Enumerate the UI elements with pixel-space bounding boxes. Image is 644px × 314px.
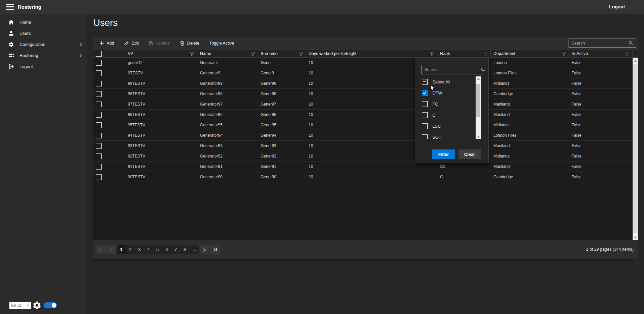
row-checkbox[interactable] bbox=[96, 174, 102, 180]
option-checkbox[interactable] bbox=[422, 123, 428, 129]
column-header-surname[interactable]: Surname bbox=[258, 50, 306, 57]
filter-search-input[interactable] bbox=[422, 67, 481, 72]
table-vertical-scrollbar[interactable] bbox=[633, 58, 638, 240]
filter-icon[interactable] bbox=[625, 52, 630, 56]
row-checkbox[interactable] bbox=[96, 70, 102, 76]
page-button-6[interactable]: 6 bbox=[162, 245, 171, 254]
option-checkbox[interactable] bbox=[422, 101, 428, 107]
row-checkbox[interactable] bbox=[96, 60, 102, 66]
scroll-down-icon[interactable] bbox=[633, 235, 638, 240]
filter-icon[interactable] bbox=[299, 52, 303, 56]
option-checkbox[interactable] bbox=[422, 112, 428, 118]
add-button[interactable]: Add bbox=[95, 39, 118, 48]
row-checkbox[interactable] bbox=[96, 81, 102, 86]
filter-option-sgt[interactable]: SGT bbox=[415, 132, 476, 139]
grid-search-input[interactable] bbox=[569, 41, 629, 46]
filter-option-fc[interactable]: FC bbox=[415, 99, 476, 110]
table-row[interactable]: 90TESTVGenerator90Gener9010CCambridgeFal… bbox=[93, 172, 633, 182]
extension-toggle[interactable] bbox=[44, 302, 57, 308]
scroll-down-icon[interactable] bbox=[476, 134, 481, 139]
sidebar-item-logout[interactable]: Logout bbox=[0, 61, 87, 72]
filter-icon[interactable] bbox=[561, 52, 566, 56]
user-icon bbox=[8, 30, 14, 36]
select-all-checkbox[interactable] bbox=[96, 51, 102, 57]
filter-option-select-all[interactable]: Select All bbox=[415, 76, 476, 87]
sidebar-item-configuration[interactable]: Configuration bbox=[0, 39, 87, 50]
filter-option-lsc[interactable]: LSC bbox=[415, 121, 476, 132]
row-checkbox[interactable] bbox=[96, 153, 102, 159]
ellipsis-page-button[interactable]: ... bbox=[190, 245, 199, 254]
page-button-3[interactable]: 3 bbox=[135, 245, 144, 254]
row-checkbox[interactable] bbox=[96, 164, 102, 170]
sidebar-item-rostering[interactable]: Rostering bbox=[0, 50, 87, 61]
cell-department: Maniland bbox=[491, 99, 569, 109]
scrollbar-thumb[interactable] bbox=[476, 84, 480, 117]
pagination-bar: 12345678 ... 1 of 29 pages (344 items) bbox=[93, 240, 638, 259]
host-chip[interactable]: ::1 × bbox=[9, 302, 31, 309]
edit-button[interactable]: Edit bbox=[120, 39, 143, 48]
table-row[interactable]: 97TESTVGenerator97Gener9710ManilandFalse bbox=[93, 99, 633, 110]
table-row[interactable]: 98TESTVGenerator98Gener9810CambridgeFals… bbox=[93, 89, 633, 99]
cell-surname: Gener93 bbox=[258, 141, 306, 151]
option-label: LSC bbox=[432, 124, 441, 129]
column-header-name[interactable]: Name bbox=[197, 50, 258, 57]
pencil-icon bbox=[124, 41, 129, 46]
option-checkbox[interactable] bbox=[422, 134, 428, 139]
table-row[interactable]: 91TESTVGenerator91Gener9110SCManilandFal… bbox=[93, 162, 633, 172]
filter-option-c[interactable]: C bbox=[415, 110, 476, 121]
logout-button[interactable]: Logout bbox=[590, 0, 644, 14]
page-button-7[interactable]: 7 bbox=[171, 245, 180, 254]
filter-icon[interactable] bbox=[251, 52, 255, 56]
row-checkbox[interactable] bbox=[96, 143, 102, 149]
update-button[interactable]: Update bbox=[145, 39, 174, 48]
hamburger-menu-icon[interactable] bbox=[6, 4, 14, 10]
table-row[interactable]: 9TESTVGenerator9Gener910London FilesFals… bbox=[93, 68, 633, 78]
sidebar-item-users[interactable]: Users bbox=[0, 28, 87, 39]
page-button-5[interactable]: 5 bbox=[153, 245, 162, 254]
row-checkbox[interactable] bbox=[96, 133, 102, 138]
delete-button[interactable]: Delete bbox=[176, 39, 203, 48]
filter-apply-button[interactable]: Filter bbox=[432, 149, 455, 159]
cell-surname: Gener99 bbox=[258, 78, 306, 88]
table-row[interactable]: 93TESTVGenerator93Gener9310ManilandFalse bbox=[93, 141, 633, 151]
scroll-up-icon[interactable] bbox=[476, 76, 481, 81]
filter-clear-button[interactable]: Clear bbox=[459, 149, 481, 159]
filter-icon[interactable] bbox=[190, 52, 194, 56]
scrollbar-thumb[interactable] bbox=[633, 64, 638, 233]
option-checkbox[interactable] bbox=[422, 79, 428, 85]
page-button-2[interactable]: 2 bbox=[126, 245, 135, 254]
row-checkbox[interactable] bbox=[96, 122, 102, 128]
filter-option-dtw[interactable]: DTW bbox=[415, 87, 476, 99]
column-header-rank[interactable]: Rank bbox=[437, 50, 491, 57]
option-checkbox[interactable] bbox=[422, 90, 428, 96]
column-header-vp[interactable]: VP bbox=[125, 50, 197, 57]
table-row[interactable]: 96TESTVGenerator96Gener9610ManilandFalse bbox=[93, 110, 633, 120]
column-header-department[interactable]: Department bbox=[491, 50, 569, 57]
last-page-button[interactable] bbox=[210, 245, 220, 254]
table-row[interactable]: 92TESTVGenerator92Gener9210MidlandsFalse bbox=[93, 151, 633, 162]
table-row[interactable]: gener12GeneratorGener10LondonFalse bbox=[93, 58, 633, 68]
column-header-inactive[interactable]: In-Active bbox=[569, 50, 633, 57]
row-checkbox[interactable] bbox=[96, 112, 102, 118]
table-row[interactable]: 95TESTVGenerator95Gener9510MidlandsFalse bbox=[93, 120, 633, 130]
filter-icon[interactable] bbox=[483, 52, 488, 56]
row-checkbox[interactable] bbox=[96, 91, 102, 97]
first-page-button[interactable] bbox=[96, 245, 106, 254]
settings-gear-icon[interactable] bbox=[32, 301, 42, 310]
sidebar-item-home[interactable]: Home bbox=[0, 17, 87, 28]
page-button-4[interactable]: 4 bbox=[144, 245, 153, 254]
close-icon[interactable]: × bbox=[26, 304, 29, 307]
column-header-days[interactable]: Days worked per fortnight bbox=[306, 50, 437, 57]
table-row[interactable]: 94TESTVGenerator94Gener9410London FilesF… bbox=[93, 130, 633, 141]
page-button-1[interactable]: 1 bbox=[117, 245, 126, 254]
filter-scrollbar[interactable] bbox=[476, 76, 481, 139]
filter-icon[interactable] bbox=[430, 52, 434, 56]
toggle-active-button[interactable]: Toggle Active bbox=[205, 39, 238, 48]
previous-page-button[interactable] bbox=[106, 245, 116, 254]
next-page-button[interactable] bbox=[200, 245, 209, 254]
table-row[interactable]: 99TESTVGenerator99Gener9910MidlandsFalse bbox=[93, 78, 633, 89]
page-button-8[interactable]: 8 bbox=[180, 245, 189, 254]
scroll-up-icon[interactable] bbox=[633, 58, 638, 63]
cell-name: Generator90 bbox=[197, 172, 258, 182]
row-checkbox[interactable] bbox=[96, 102, 102, 107]
